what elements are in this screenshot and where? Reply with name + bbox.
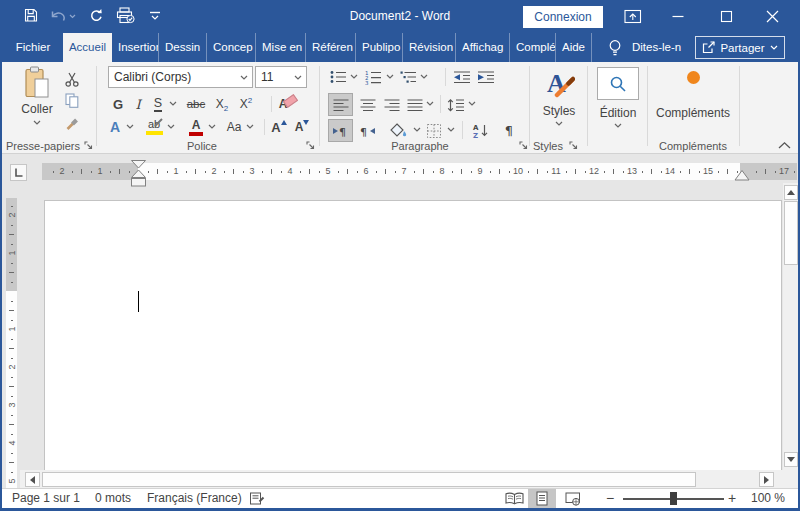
grow-font-button[interactable]: A [269,116,289,138]
indent-markers[interactable] [130,160,147,187]
horizontal-ruler[interactable]: 1212345678910111213141517 [42,163,797,180]
superscript-button[interactable]: X2 [235,93,257,115]
maximize-button[interactable] [720,10,733,23]
connexion-button[interactable]: Connexion [523,6,603,28]
tab-publipostage[interactable]: Publipo [356,33,403,62]
zoom-percentage[interactable]: 100 % [751,489,785,508]
ribbon-display-options-icon[interactable] [624,9,642,24]
right-indent-marker[interactable] [734,170,750,181]
paragraph-dialog-launcher[interactable] [518,140,529,151]
highlight-button[interactable]: ab [142,116,166,138]
lightbulb-icon[interactable] [607,39,623,57]
scroll-down-button[interactable] [784,452,798,467]
change-case-chevron-icon[interactable] [246,124,254,129]
vertical-ruler[interactable]: 1212345 [6,198,17,488]
increase-indent-button[interactable] [476,66,496,88]
tab-accueil[interactable]: Accueil [63,33,112,62]
bold-button[interactable]: G [109,93,127,115]
text-effects-button[interactable]: A [105,116,125,138]
document-page[interactable] [44,200,782,470]
justify-chevron-icon[interactable] [426,101,434,106]
font-color-button[interactable]: A [186,116,206,138]
borders-chevron-icon[interactable] [447,127,455,132]
change-case-button[interactable]: Aa [223,116,245,138]
numbering-chevron-icon[interactable] [386,74,394,79]
tab-revision[interactable]: Révision [403,33,456,62]
zoom-in-button[interactable]: + [728,489,736,508]
horizontal-scroll-thumb[interactable] [42,472,696,487]
tab-aide[interactable]: Aide [556,33,592,62]
tab-mise-en-page[interactable]: Mise en [256,33,306,62]
scroll-up-button[interactable] [784,185,798,200]
numbering-button[interactable]: 123 [363,66,383,88]
align-center-button[interactable] [357,93,378,116]
collapse-ribbon-button[interactable] [777,141,792,150]
subscript-button[interactable]: X2 [211,93,233,115]
decrease-indent-button[interactable] [452,66,472,88]
scroll-right-button[interactable] [759,472,774,487]
zoom-out-button[interactable]: − [606,489,614,508]
justify-button[interactable] [404,93,425,116]
italic-button[interactable]: I [131,93,145,115]
clear-formatting-button[interactable]: A [276,93,300,115]
word-count[interactable]: 0 mots [95,489,131,508]
align-left-button[interactable] [328,93,353,116]
share-button[interactable]: Partager [695,36,785,59]
font-name-combo[interactable]: Calibri (Corps) [108,66,253,88]
underline-button[interactable]: S [150,93,166,115]
line-spacing-chevron-icon[interactable] [468,101,476,106]
font-size-combo[interactable]: 11 [255,66,307,88]
tab-references[interactable]: Référen [306,33,356,62]
read-mode-button[interactable] [502,489,526,508]
complements-button[interactable]: Compléments [648,65,738,139]
ltr-direction-button[interactable]: ¶ [328,119,353,142]
horizontal-scrollbar[interactable] [20,470,798,488]
vertical-scrollbar[interactable] [783,183,798,470]
tab-complements[interactable]: Complé [510,33,556,62]
paste-button[interactable]: Coller [10,65,64,139]
font-dialog-launcher[interactable] [305,140,316,151]
font-color-chevron-icon[interactable] [208,124,216,129]
borders-button[interactable] [422,119,445,142]
underline-chevron-icon[interactable] [169,101,177,106]
proofing-icon[interactable] [250,492,265,506]
scroll-left-button[interactable] [25,472,40,487]
vertical-scroll-thumb[interactable] [784,201,798,265]
strikethrough-button[interactable]: abc [183,93,209,115]
tab-insertion[interactable]: Insertion [112,33,159,62]
edition-button[interactable]: Édition [589,65,647,139]
close-button[interactable] [765,9,780,24]
pilcrow-button[interactable]: ¶ [499,119,519,142]
styles-button[interactable]: A Styles [531,65,587,139]
multilevel-list-chevron-icon[interactable] [420,74,428,79]
multilevel-list-button[interactable] [398,66,418,88]
cut-button[interactable] [62,70,82,88]
page-indicator[interactable]: Page 1 sur 1 [12,489,80,508]
styles-dialog-launcher[interactable] [568,140,579,151]
tab-affichage[interactable]: Affichag [456,33,510,62]
tab-dessin[interactable]: Dessin [159,33,207,62]
bullets-chevron-icon[interactable] [350,74,358,79]
copy-button[interactable] [62,91,82,109]
web-layout-button[interactable] [560,489,586,508]
format-painter-button[interactable] [62,114,82,132]
align-right-button[interactable] [381,93,402,116]
highlight-chevron-icon[interactable] [167,124,175,129]
bullets-button[interactable] [328,66,348,88]
tab-fichier[interactable]: Fichier [6,33,60,62]
shading-chevron-icon[interactable] [413,127,421,132]
tell-me-box[interactable]: Dites-le-n [632,33,681,62]
shrink-font-button[interactable]: A [292,116,312,138]
clipboard-dialog-launcher[interactable] [83,140,94,151]
zoom-slider-handle[interactable] [670,492,677,505]
language-indicator[interactable]: Français (France) [147,489,242,508]
sort-button[interactable]: AZ [468,119,492,142]
line-spacing-button[interactable] [445,93,467,116]
minimize-button[interactable] [672,15,684,18]
text-effects-chevron-icon[interactable] [126,124,134,129]
tab-stop-selector[interactable] [10,164,27,181]
print-layout-button[interactable] [528,489,556,508]
rtl-direction-button[interactable]: ¶ [357,119,378,142]
tab-conception[interactable]: Concep [207,33,256,62]
shading-button[interactable] [387,119,411,142]
